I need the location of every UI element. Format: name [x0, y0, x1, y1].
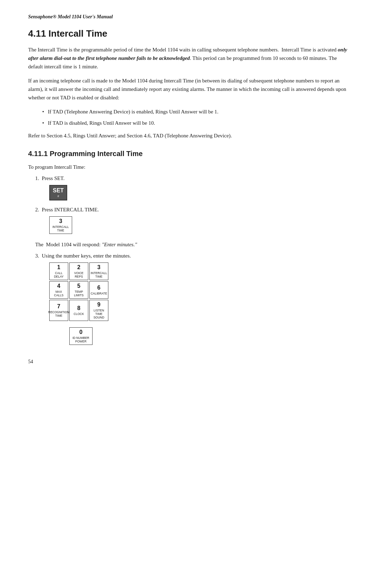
section-4-11-1-title: 4.11.1 Programming Intercall Time [28, 150, 352, 158]
key-3[interactable]: 3 INTERCALLTIME [89, 262, 108, 280]
key-4[interactable]: 4 MAX CALLS [49, 281, 68, 299]
key-6[interactable]: 6 CALIBRATE [89, 281, 108, 299]
page-footer: 54 [28, 359, 352, 365]
section-4-11-title: 4.11 Intercall Time [28, 28, 352, 39]
set-key-button[interactable]: SET # [49, 185, 67, 200]
intercall-key-button[interactable]: 3 INTERCALLTIME [49, 216, 72, 234]
bullet-list: If TAD (Telephone Answering Device) is e… [42, 107, 352, 127]
page-header: Sensaphone® Model 1104 User's Manual [28, 14, 352, 20]
bold-italic-text: only after alarm dial-out to the first t… [28, 47, 347, 61]
header-title: Sensaphone® Model 1104 User's Manual [28, 14, 113, 19]
keypad-grid: 1 CALLDELAY 2 VOICEREPS 3 INTERCALLTIME … [49, 262, 352, 321]
key-8[interactable]: 8 CLOCK [69, 300, 88, 321]
step-1-text: 1. Press SET. [35, 175, 352, 181]
step-2-text: 2. Press INTERCALL TIME. [35, 207, 352, 213]
key-7[interactable]: 7 RECOGNITIONTIME [49, 300, 68, 321]
key-0-row: 0 ID NUMBERPOWER [49, 327, 352, 345]
key-9[interactable]: 9 LISTEN TIMESOUND [89, 300, 108, 321]
key-1[interactable]: 1 CALLDELAY [49, 262, 68, 280]
intro-text: To program Intercall Time: [28, 163, 352, 171]
intercall-key-label: INTERCALLTIME [52, 225, 69, 232]
refer-text: Refer to Section 4.5, Rings Until Answer… [28, 131, 352, 140]
set-key-label: # [57, 194, 59, 198]
set-key-number: SET [53, 187, 64, 194]
step-3-text: 3. Using the number keys, enter the minu… [35, 253, 352, 259]
section-4-11-para1: The Intercall Time is the programmable p… [28, 45, 352, 71]
page-number: 54 [28, 359, 33, 364]
bullet-item-2: If TAD is disabled, Rings Until Answer w… [42, 119, 352, 127]
key-0[interactable]: 0 ID NUMBERPOWER [69, 327, 93, 345]
key-5[interactable]: 5 TEMP LIMITS [69, 281, 88, 299]
intercall-button-container: 3 INTERCALLTIME [49, 216, 352, 234]
respond-text: The Model 1104 will respond: "Enter minu… [35, 240, 352, 249]
set-button-container: SET # [49, 185, 352, 200]
section-4-11-para2: If an incoming telephone call is made to… [28, 76, 352, 102]
bullet-item-1: If TAD (Telephone Answering Device) is e… [42, 107, 352, 116]
key-2[interactable]: 2 VOICEREPS [69, 262, 88, 280]
intercall-key-number: 3 [59, 218, 62, 224]
